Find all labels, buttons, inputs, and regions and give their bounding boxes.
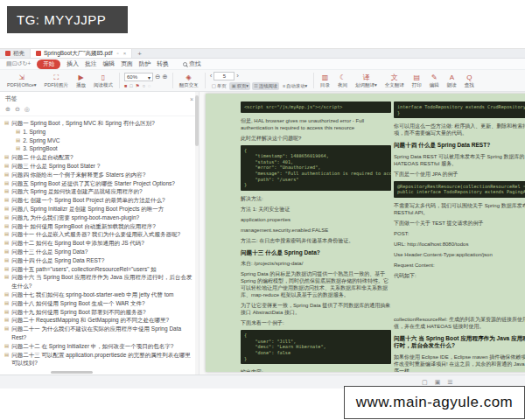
toolbar-button[interactable]: A 朗读	[445, 74, 458, 88]
page-layout-icon[interactable]: ☰	[447, 379, 452, 386]
fit-page-icon[interactable]: □	[130, 83, 132, 88]
bookmark-item[interactable]: ▤ 3. SpringBoot	[16, 144, 195, 153]
view-mode-toggle[interactable]: ▣ 双页▾	[229, 82, 249, 90]
bookmark-item[interactable]: ▤ 问题十九 如何使用 Spring Boot 部署到不同的服务器?	[4, 308, 195, 317]
horizontal-scrollbar[interactable]	[51, 371, 93, 374]
bookmark-item[interactable]: ▤ 2. Spring MVC	[16, 136, 195, 145]
menu-find[interactable]: 查找	[183, 60, 201, 68]
menu-tab[interactable]: 插入	[66, 60, 79, 68]
search-icon	[183, 62, 187, 66]
bookmark-item[interactable]: ▤ 问题四 你能给出一个例子来解释更多 Staters 的内容?	[4, 171, 195, 179]
bookmark-item[interactable]: ▤ 问题二十二 在 Spring Initializer 中，如何改变一个项目的…	[4, 342, 195, 351]
new-tab-button[interactable]: +	[132, 49, 147, 58]
toolbar-button[interactable]: 文 全文翻译	[383, 74, 406, 88]
view-mode-toggle[interactable]: ≡ 自动滚动▾	[281, 82, 309, 90]
toolbar-button[interactable]: 译 划词翻译▾	[354, 74, 379, 88]
bookmarks-tool-icon[interactable]: ⊖	[15, 106, 20, 113]
bookmark-item[interactable]: ▤ 问题十五 path="users", collectionResourceR…	[4, 265, 195, 274]
menu-tab-home[interactable]: 开始	[37, 60, 60, 69]
menu-tab[interactable]: 批注	[85, 60, 97, 68]
bookmark-icon: ▤	[16, 144, 20, 153]
toolbar-button[interactable]: ✎ 编辑	[428, 74, 441, 88]
bookmark-item-label: 问题一 Spring Boot，Spring MVC 和 Spring 有什么区…	[11, 119, 155, 128]
zoom-level-select[interactable]: 60% ▾	[124, 73, 153, 81]
pin-tab-icon[interactable]: ▫	[117, 51, 119, 56]
bookmarks-tool-icon[interactable]: ⊕	[5, 106, 10, 113]
toolbar-button[interactable]: ▥ 目录	[318, 74, 332, 88]
bookmark-item[interactable]: ▤ 问题十一 什么是嵌入式服务器? 我们为什么要使用嵌入式服务器呢?	[4, 230, 195, 239]
toolbar-button[interactable]: Q 查找	[463, 74, 476, 88]
bookmark-item[interactable]: ▤ 问题十七 我们如何在 spring-boot-starter-web 中用 …	[4, 290, 195, 299]
bookmark-item-label: 问题十三 什么是 Spring Data?	[11, 248, 88, 256]
bookmark-item[interactable]: ▤ 问题六 Spring 是如何快速创建产品就绪应用程序的?	[4, 187, 195, 196]
fit-page-icon[interactable]: ■	[124, 83, 127, 88]
document-block: 输出内容:	[241, 368, 391, 372]
close-panel-icon[interactable]: ×	[190, 96, 193, 102]
bookmark-item[interactable]: ▤ 问题八 Spring Initializr 是创建 Spring Boot …	[4, 205, 195, 214]
bookmark-item[interactable]: ▤ 问题十八 如何使用 Spring Boot 生成一个 WAR 文件?	[4, 299, 195, 308]
bookmark-item[interactable]: ▤ 问题九 为什么我们需要 spring-boot-maven-plugin?	[4, 214, 195, 222]
tab-document[interactable]: SpringBoot大厂"高频85.pdf ▫ ×	[31, 49, 132, 58]
tab-home[interactable]: 稻壳	[0, 49, 31, 58]
view-mode-toggle[interactable]: ▢ 单页	[210, 82, 228, 90]
close-tab-icon[interactable]: ×	[123, 51, 127, 56]
next-page-icon[interactable]: ›	[236, 73, 239, 80]
fit-page-icon[interactable]: ○	[143, 83, 145, 88]
bookmark-item[interactable]: ▤ 问题一 Spring Boot，Spring MVC 和 Spring 有什…	[4, 119, 195, 128]
toolbar-button[interactable]: ⇲ PDF转Office▾	[5, 74, 38, 88]
page-layout-icon[interactable]: ▣	[435, 379, 441, 386]
bookmark-item[interactable]: ▤ 问题十二 如何在 Spring Boot 中添加通用的 JS 代码?	[4, 239, 195, 248]
zoom-out-icon[interactable]: ⊖	[155, 74, 160, 80]
bookmark-item[interactable]: ▤ 问题七 创建一个 Spring Boot Project 的最简单的方法是什…	[4, 196, 195, 205]
bookmark-item[interactable]: ▤ 1. Spring	[16, 128, 195, 136]
page-interact-label: 翻页交互	[179, 82, 199, 88]
toolbar-button[interactable]: ☾ 夜间	[336, 74, 349, 88]
page-interact-button[interactable]: ◈ 翻页交互	[178, 74, 200, 88]
bookmark-icon: ▤	[4, 153, 9, 162]
page-layout-icon[interactable]: ▢	[422, 379, 428, 386]
bookmark-item[interactable]: ▤ 问题二十 RequestMapping 和 GetMapping 的不同之处…	[4, 316, 195, 325]
quick-access-icon[interactable]: +	[27, 60, 31, 66]
menu-tab[interactable]: 编辑	[103, 60, 116, 68]
bookmark-item[interactable]: ▤ 问题二十三 可以配置 application.propertiesde 的完…	[4, 351, 195, 368]
bookmark-item[interactable]: ▤ 问题十 如何使用 SpringBoot 自动重新加载我的应用程序?	[4, 222, 195, 231]
fit-page-icon[interactable]: ◌	[148, 83, 150, 88]
view-mode-toggle[interactable]: ☰ 连续阅读	[252, 82, 279, 90]
bookmark-icon: ▤	[4, 119, 9, 128]
bookmarks-tool-icon[interactable]: ◎	[24, 106, 30, 113]
bookmark-icon: ▤	[4, 316, 9, 325]
screen: TG: MYYJJPP 稻壳 SpringBoot大厂"高频85.pdf ▫ ×…	[0, 0, 525, 420]
pdf-viewer[interactable]: <script src="/js/myApp.js"></script>但是, …	[200, 92, 525, 374]
sidebar-scrollbar-thumb[interactable]	[195, 95, 199, 146]
menu-items: 插入批注编辑页面防护转换	[66, 60, 169, 68]
toolbar-button[interactable]: ⛶ PDF转图片	[43, 74, 71, 88]
bookmark-item[interactable]: ▤ 问题二 什么是自动配置?	[4, 153, 195, 162]
menu-bar: ▤⊡↺↻+ 开始 插入批注编辑页面防护转换 查找	[0, 59, 525, 70]
menu-tab[interactable]: 页面	[121, 60, 133, 68]
menu-tab[interactable]: 防护	[139, 60, 151, 68]
page-number-input[interactable]: 5	[214, 72, 234, 80]
quick-access-icons: ▤⊡↺↻+	[6, 60, 31, 67]
quick-access-icon[interactable]: ▤	[6, 60, 12, 66]
bookmark-item[interactable]: ▤ 问题十六 当 Spring Boot 应用程序作为 Java 应用程序运行时…	[4, 273, 195, 290]
menu-tab[interactable]: 转换	[157, 60, 169, 68]
bookmark-item[interactable]: ▤ 问题二十一 为什么我们不建议在实际的应用程序中使用 Spring Data …	[4, 325, 195, 342]
bookmark-item-label: 问题三 什么是 Spring Boot Stater ?	[11, 162, 100, 171]
document-block: Spring Data 的目标是为数据访问提供一个熟悉且一致的、基于 Sprin…	[241, 270, 391, 298]
toolbar-button[interactable]: ▶ 播放	[74, 74, 88, 88]
bookmark-item[interactable]: ▤ 问题十三 什么是 Spring Data?	[4, 248, 195, 256]
zoom-in-icon[interactable]: ⊕	[162, 74, 167, 80]
bookmark-item[interactable]: ▤ 问题十四 什么是 Spring Data REST?	[4, 256, 195, 265]
bookmark-item[interactable]: ▤ 问题五 Spring Boot 还提供了其它的哪些 Starter Proj…	[4, 179, 195, 188]
fit-page-icon[interactable]: ⚑	[136, 83, 140, 88]
prev-page-icon[interactable]: ‹	[210, 73, 213, 80]
zoom-group: 60% ▾ ⊖ ⊕ ■□⚑○◌	[124, 73, 168, 88]
bookmarks-list: ▤ 问题一 Spring Boot，Spring MVC 和 Spring 有什…	[0, 116, 199, 369]
bookmark-item[interactable]: ▤ 问题三 什么是 Spring Boot Stater ?	[4, 162, 195, 171]
toolbar-button[interactable]: ▤ 打印	[410, 74, 424, 88]
toolbar-button-label: 夜间	[338, 82, 347, 88]
document-block: @RepositoryRestResource(collectionResour…	[394, 181, 525, 198]
toolbar-button[interactable]: ▯ 阅读模式	[92, 74, 115, 88]
bookmark-item-label: 问题二十 RequestMapping 和 GetMapping 的不同之处在哪…	[11, 316, 169, 325]
bookmark-item-label: 问题十七 我们如何在 spring-boot-starter-web 中用 je…	[11, 290, 173, 299]
